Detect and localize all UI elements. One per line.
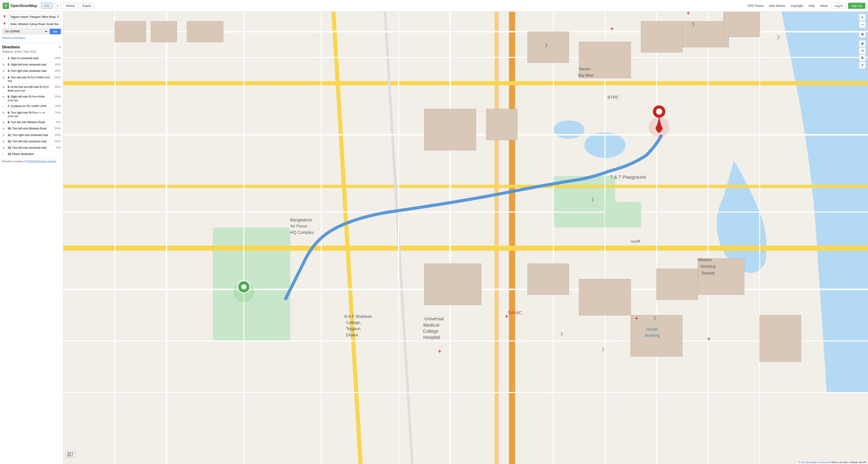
scale-bar: 200 m 500 ft [66, 451, 75, 458]
step-text: 3. Turn right onto unnamed road [8, 69, 51, 73]
svg-rect-45 [528, 264, 569, 295]
direction-step: ↰ 4. Turn left onto বীর উত্তম জিয়াউর রহ… [2, 75, 61, 85]
direction-step: ↰ 6. Slight left onto বীর উত্তম জিয়াউর … [2, 94, 61, 104]
svg-point-91 [241, 284, 246, 289]
svg-text:Society: Society [702, 271, 715, 275]
step-text: 2. Slight left onto unnamed road [8, 63, 51, 67]
svg-point-1 [5, 5, 6, 6]
step-distance: 200m [52, 95, 61, 98]
from-input[interactable] [8, 14, 61, 20]
direction-step: ↰ 5. At the fork turn left onto বীর উত্ত… [2, 84, 61, 94]
step-distance: 300m [52, 76, 61, 79]
nav-about[interactable]: About [818, 4, 830, 7]
share-button[interactable]: ↗ [859, 47, 866, 54]
step-text: 13. Turn left onto unnamed road [8, 146, 51, 150]
attribution: © OpenStreetMap contributors ♥ Make a Do… [797, 461, 868, 464]
header: OpenStreetMap Edit ▾ History Export GPS … [0, 0, 868, 12]
left-panel: 📍 📍 Car (OSRM) Bicycle (OSRM) Foot (OSRM… [0, 12, 63, 464]
signup-button[interactable]: Sign Up [848, 3, 865, 9]
svg-rect-34 [151, 22, 177, 42]
svg-rect-39 [579, 42, 631, 78]
from-input-row: 📍 [2, 14, 61, 20]
svg-text:Health: Health [646, 327, 658, 332]
step-distance: 200m [52, 140, 61, 143]
query-button[interactable]: ? [859, 62, 866, 69]
step-distance: 160m [52, 63, 61, 66]
to-input[interactable] [8, 21, 61, 27]
reverse-directions-link[interactable]: Reverse Directions [2, 36, 25, 39]
step-icon: ↰ [2, 63, 6, 67]
step-text: 5. At the fork turn left onto বীর উত্তম … [8, 85, 51, 93]
svg-text:+: + [686, 12, 690, 16]
edit-dropdown-button[interactable]: ▾ [54, 3, 61, 8]
map-svg: T & T Playground Niketon Housing Society… [63, 12, 868, 464]
svg-text:Air Force: Air Force [290, 224, 307, 228]
step-distance: 160m [52, 133, 61, 137]
directions-divider [2, 43, 61, 43]
steps-list: ↑ 1. Start on unnamed road 100m ↰ 2. Sli… [2, 56, 61, 158]
export-button[interactable]: Export [80, 3, 94, 9]
distance-info: Distance: 3.5km. Time: 0:07. [2, 50, 61, 53]
logo[interactable]: OpenStreetMap [3, 3, 37, 9]
svg-text:মহাখালী: মহাখালী [631, 239, 640, 244]
svg-text:Dhaka: Dhaka [346, 333, 358, 337]
map-controls: + − ◎ ⊞ ↗ ✎ ? [859, 14, 866, 69]
svg-text:T & T Playground: T & T Playground [610, 174, 646, 179]
attribution-text: © [798, 461, 801, 464]
svg-rect-50 [760, 315, 801, 361]
nav-gps-traces[interactable]: GPS Traces [746, 4, 765, 7]
directions-close-button[interactable]: × [59, 45, 61, 49]
go-button[interactable]: Go [50, 29, 61, 34]
svg-text:+: + [438, 347, 441, 355]
attribution-rest: ♥ Make a Donation. Website and API [830, 461, 867, 464]
step-text: 4. Turn left onto বীর উত্তম জিয়াউর রহমা… [8, 76, 51, 84]
svg-text:☽: ☽ [775, 35, 780, 40]
to-input-row: 📍 [2, 21, 61, 27]
svg-text:College,: College, [346, 320, 361, 325]
notes-button[interactable]: ✎ [859, 55, 866, 61]
directions-title-text: Directions [2, 45, 20, 49]
edit-button[interactable]: Edit [41, 3, 52, 9]
zoom-in-button[interactable]: + [859, 14, 866, 21]
step-icon: ↑ [2, 57, 6, 61]
svg-text:+: + [610, 25, 614, 32]
history-button[interactable]: History [63, 3, 78, 9]
svg-rect-43 [605, 202, 641, 228]
svg-text:College: College [423, 328, 439, 334]
geolocate-button[interactable]: ◎ [859, 31, 866, 37]
svg-text:☽: ☽ [559, 331, 563, 337]
step-distance: 30m [52, 146, 61, 149]
logo-icon [3, 3, 9, 9]
svg-text:Building: Building [645, 333, 660, 338]
nav-help[interactable]: Help [807, 4, 816, 7]
to-marker-icon: 📍 [2, 22, 7, 26]
fossgis-link[interactable]: FOSSGIS Routing Service [27, 160, 56, 163]
step-text: 8. Turn right onto বীর উত্তম এ. কে. খন্দ… [8, 111, 51, 119]
direction-step: ↰ 2. Slight left onto unnamed road 160m [2, 62, 61, 68]
svg-text:B A F Shaheen: B A F Shaheen [344, 314, 372, 319]
direction-step: ↰ 10. Turn left onto Wireless Road 300m [2, 126, 61, 132]
direction-step: ↰ 12. Turn left onto unnamed road 200m [2, 139, 61, 145]
step-text: 12. Turn left onto unnamed road [8, 140, 51, 143]
svg-text:+: + [635, 315, 639, 322]
step-icon: ↰ [2, 121, 6, 125]
svg-text:+: + [707, 335, 711, 342]
nav-copyright[interactable]: Copyright [789, 4, 805, 7]
svg-text:Medical: Medical [423, 322, 439, 328]
direction-step: ↱ 11. Turn right onto unnamed road 160m [2, 132, 61, 139]
map-area[interactable]: T & T Playground Niketon Housing Society… [63, 12, 868, 464]
direction-step: ↓ 14. Reach destination [2, 151, 61, 158]
attribution-link[interactable]: OpenStreetMap contributors [801, 461, 829, 464]
step-text: 6. Slight left onto বীর উত্তম জিয়াউর রহ… [8, 95, 51, 103]
zoom-out-button[interactable]: − [859, 21, 866, 28]
layers-button[interactable]: ⊞ [859, 40, 866, 47]
svg-text:☽: ☽ [651, 316, 656, 322]
svg-rect-38 [528, 32, 569, 63]
svg-text:☽: ☽ [590, 197, 594, 203]
step-icon: ↱ [2, 69, 6, 73]
login-button[interactable]: Log In [831, 3, 846, 9]
step-distance: 500m [52, 69, 61, 72]
nav-user-diaries[interactable]: User Diaries [767, 4, 787, 7]
step-icon: ↰ [2, 146, 6, 150]
transport-select[interactable]: Car (OSRM) Bicycle (OSRM) Foot (OSRM) [2, 29, 48, 34]
